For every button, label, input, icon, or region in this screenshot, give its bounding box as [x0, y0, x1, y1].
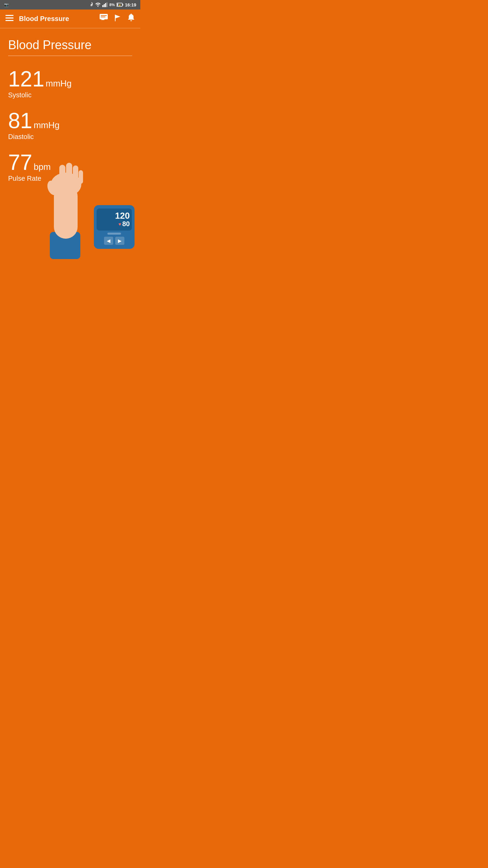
- svg-rect-6: [122, 4, 123, 6]
- svg-rect-2: [105, 3, 106, 7]
- page-title: Blood Pressure: [8, 38, 132, 52]
- status-bar: 📷 8% ⚡ 16:19: [0, 0, 140, 9]
- top-nav: Blood Pressure: [0, 9, 140, 28]
- battery-icon: ⚡: [117, 3, 123, 7]
- svg-marker-16: [116, 15, 120, 18]
- title-divider: [8, 56, 132, 56]
- svg-rect-10: [5, 20, 14, 21]
- svg-rect-8: [5, 15, 14, 16]
- svg-rect-9: [5, 18, 14, 19]
- status-left: 📷: [4, 3, 9, 7]
- notification-button[interactable]: [127, 14, 135, 24]
- diastolic-value: 81mmHg: [8, 110, 132, 132]
- svg-rect-24: [79, 170, 83, 184]
- wifi-icon: [95, 2, 101, 7]
- systolic-unit: mmHg: [46, 78, 72, 88]
- bp-control-buttons: ◀ ▶: [104, 237, 124, 245]
- arm-illustration: [29, 151, 101, 259]
- main-content: Blood Pressure 121mmHg Systolic 81mmHg D…: [0, 28, 140, 259]
- svg-rect-13: [101, 17, 105, 17]
- svg-rect-12: [101, 15, 107, 16]
- signal-icon: [102, 2, 108, 7]
- svg-rect-23: [73, 165, 78, 183]
- diastolic-block: 81mmHg Diastolic: [8, 110, 132, 141]
- svg-rect-22: [66, 163, 72, 183]
- battery-percentage: 8%: [109, 3, 115, 7]
- bp-bar: [107, 233, 121, 235]
- svg-rect-3: [106, 2, 107, 7]
- message-button[interactable]: [100, 14, 108, 23]
- svg-text:⚡: ⚡: [118, 4, 121, 7]
- svg-rect-15: [115, 15, 116, 21]
- diastolic-unit: mmHg: [34, 120, 60, 130]
- hamburger-menu[interactable]: [5, 15, 14, 22]
- systolic-label: Systolic: [8, 91, 132, 99]
- systolic-block: 121mmHg Systolic: [8, 68, 132, 99]
- bluetooth-icon: [89, 2, 94, 7]
- svg-rect-1: [104, 4, 105, 7]
- bp-device: 120 ♥ 80 ◀ ▶: [94, 205, 135, 249]
- systolic-value: 121mmHg: [8, 68, 132, 90]
- diastolic-label: Diastolic: [8, 133, 132, 141]
- time-display: 16:19: [125, 2, 136, 7]
- svg-rect-21: [59, 165, 65, 183]
- bp-bottom-reading: ♥ 80: [99, 220, 130, 228]
- bp-right-button[interactable]: ▶: [115, 237, 124, 245]
- status-right: 8% ⚡ 16:19: [89, 2, 136, 7]
- heart-icon: ♥: [118, 221, 121, 227]
- bp-top-reading: 120: [99, 211, 130, 220]
- illustration: 120 ♥ 80 ◀ ▶: [29, 151, 131, 259]
- bp-left-button[interactable]: ◀: [104, 237, 113, 245]
- bp-screen: 120 ♥ 80: [97, 209, 132, 231]
- camera-icon: 📷: [4, 3, 9, 7]
- nav-right: [100, 14, 135, 24]
- flag-button[interactable]: [114, 14, 121, 23]
- nav-title: Blood Pressure: [19, 15, 69, 23]
- nav-left: Blood Pressure: [5, 15, 69, 23]
- svg-rect-0: [102, 5, 103, 7]
